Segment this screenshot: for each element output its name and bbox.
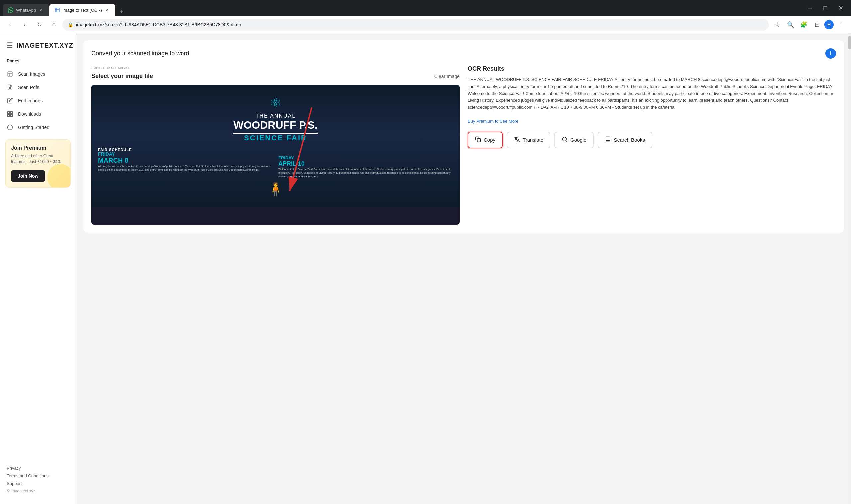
svg-rect-6: [11, 112, 13, 114]
copyright-text: © imagetext.xyz: [7, 489, 70, 493]
search-books-button[interactable]: Search Books: [598, 131, 652, 148]
search-books-icon: [605, 136, 611, 144]
address-input[interactable]: 🔒 imagetext.xyz/screen?id=984AD5E1-DCB3-…: [63, 19, 768, 31]
sidebar-item-downloads[interactable]: Downloads: [0, 107, 76, 121]
sidebar-item-edit-images[interactable]: Edit Images: [0, 94, 76, 107]
search-books-label: Search Books: [614, 137, 644, 143]
maximize-button[interactable]: □: [818, 0, 833, 16]
ocr-tab-close-icon[interactable]: ✕: [105, 7, 110, 13]
upload-title: Select your image file Clear Image: [91, 73, 460, 80]
translate-button[interactable]: Translate: [507, 131, 550, 148]
site-logo: ☰ IMAGETEXT.XYZ: [0, 38, 76, 56]
getting-started-icon: [7, 124, 13, 130]
fair-annual-text: THE ANNUAL: [255, 113, 296, 119]
whatsapp-tab-close-icon[interactable]: ✕: [39, 7, 44, 13]
copy-icon: [475, 136, 481, 144]
scrollbar[interactable]: [848, 33, 851, 504]
fair-science-text: SCIENCE FAIR: [244, 133, 307, 142]
search-icon[interactable]: 🔍: [784, 19, 797, 31]
buy-premium-link[interactable]: Buy Premium to See More: [468, 119, 518, 124]
fair-schedule-detail2: Welcome to the Science Fair! Come learn …: [278, 167, 453, 179]
hamburger-menu-icon[interactable]: ☰: [7, 41, 13, 49]
minimize-button[interactable]: ─: [802, 0, 818, 16]
edit-images-label: Edit Images: [18, 98, 42, 103]
support-link[interactable]: Support: [7, 481, 70, 486]
service-label: free online ocr service: [91, 66, 460, 70]
google-label: Google: [570, 137, 586, 143]
scan-pdfs-label: Scan Pdfs: [18, 85, 39, 90]
terms-link[interactable]: Terms and Conditions: [7, 473, 70, 479]
ocr-title: OCR Results: [468, 66, 836, 72]
tab-ocr[interactable]: Image to Text (OCR) ✕: [49, 4, 116, 16]
sidebar-item-scan-pdfs[interactable]: Scan Pdfs: [0, 81, 76, 94]
whatsapp-tab-label: WhatsApp: [16, 7, 36, 13]
content-area: Convert your scanned image to word i fre…: [76, 33, 851, 504]
sidebar-item-scan-images[interactable]: Scan Images: [0, 68, 76, 81]
fair-schedule-detail1: All entry forms must be emailed to scien…: [98, 164, 273, 172]
browser-menu-icon[interactable]: ⊟: [811, 19, 823, 31]
translate-icon: [514, 136, 520, 144]
address-text: imagetext.xyz/screen?id=984AD5E1-DCB3-7B…: [76, 22, 763, 27]
browser-chrome: WhatsApp ✕ Image to Text (OCR) ✕ + ─ □ ✕: [0, 0, 851, 16]
bookmark-icon[interactable]: ☆: [771, 19, 783, 31]
main-layout: ☰ IMAGETEXT.XYZ Pages Scan Images Scan P…: [0, 33, 851, 504]
google-button[interactable]: Google: [554, 131, 594, 148]
content-header: Convert your scanned image to word i: [91, 48, 836, 59]
pages-section-title: Pages: [0, 56, 76, 68]
extensions-icon[interactable]: 🧩: [798, 19, 810, 31]
scrollbar-thumb[interactable]: [848, 36, 851, 49]
close-button[interactable]: ✕: [833, 0, 848, 16]
atom-icon: ⚛: [270, 95, 282, 110]
sidebar-bottom: Privacy Terms and Conditions Support © i…: [0, 461, 76, 499]
more-options-icon[interactable]: ⋮: [835, 19, 847, 31]
premium-title: Join Premium: [11, 145, 65, 151]
svg-rect-0: [8, 72, 12, 76]
clear-image-button[interactable]: Clear Image: [435, 74, 460, 79]
downloads-label: Downloads: [18, 111, 41, 116]
ocr-section: OCR Results THE ANNUAL WOODRUFF P.S. SCI…: [468, 66, 836, 224]
copy-label: Copy: [484, 137, 495, 143]
ocr-extracted-text: THE ANNUAL WOODRUFF P.S. SCIENCE FAIR FA…: [468, 77, 833, 110]
info-button[interactable]: i: [826, 48, 836, 59]
fair-schedule-title: FAIR SCHEDULE: [98, 147, 273, 151]
tab-whatsapp[interactable]: WhatsApp ✕: [3, 4, 49, 16]
forward-button[interactable]: ›: [19, 19, 31, 31]
join-now-button[interactable]: Join Now: [11, 170, 45, 182]
getting-started-label: Getting Started: [18, 125, 49, 130]
home-button[interactable]: ⌂: [48, 19, 60, 31]
scan-pdfs-icon: [7, 84, 13, 91]
fair-school-text: WOODRUFF P.S.: [233, 119, 318, 133]
whatsapp-favicon-icon: [8, 7, 13, 13]
svg-rect-7: [8, 114, 10, 116]
copy-button[interactable]: Copy: [468, 131, 503, 148]
ocr-text-content: THE ANNUAL WOODRUFF P.S. SCIENCE FAIR FA…: [468, 76, 836, 125]
ocr-action-buttons: Copy Translate Google: [468, 131, 836, 148]
fair-friday1-text: FRIDAY: [98, 151, 273, 157]
logo-text: IMAGETEXT.XYZ: [16, 41, 73, 49]
page-title: Convert your scanned image to word: [91, 50, 189, 57]
image-preview: ⚛ THE ANNUAL WOODRUFF P.S. SCIENCE FAIR …: [91, 85, 460, 224]
toolbar-icons: ☆ 🔍 🧩 ⊟ H ⋮: [771, 19, 847, 31]
google-icon: [562, 136, 568, 144]
edit-images-icon: [7, 97, 13, 104]
sidebar-item-getting-started[interactable]: Getting Started: [0, 121, 76, 134]
ocr-favicon-icon: [54, 7, 60, 13]
svg-rect-8: [11, 114, 13, 116]
science-fair-image: ⚛ THE ANNUAL WOODRUFF P.S. SCIENCE FAIR …: [91, 85, 460, 207]
scan-images-label: Scan Images: [18, 71, 45, 77]
upload-left: free online ocr service Select your imag…: [91, 66, 460, 224]
svg-point-15: [563, 137, 566, 141]
sidebar: ☰ IMAGETEXT.XYZ Pages Scan Images Scan P…: [0, 33, 76, 504]
translate-label: Translate: [522, 137, 543, 143]
scan-images-icon: [7, 71, 13, 77]
back-button[interactable]: ‹: [4, 19, 16, 31]
fair-march-text: MARCH 8: [98, 157, 273, 164]
downloads-icon: [7, 111, 13, 117]
privacy-link[interactable]: Privacy: [7, 466, 70, 471]
fair-schedule-section: FAIR SCHEDULE FRIDAY MARCH 8 All entry f…: [98, 147, 453, 179]
fair-april-section: FRIDAY APRIL 10 Welcome to the Science F…: [278, 156, 453, 179]
refresh-button[interactable]: ↻: [33, 19, 45, 31]
profile-avatar[interactable]: H: [825, 20, 834, 29]
ocr-tab-label: Image to Text (OCR): [63, 7, 102, 13]
new-tab-button[interactable]: +: [117, 7, 126, 16]
